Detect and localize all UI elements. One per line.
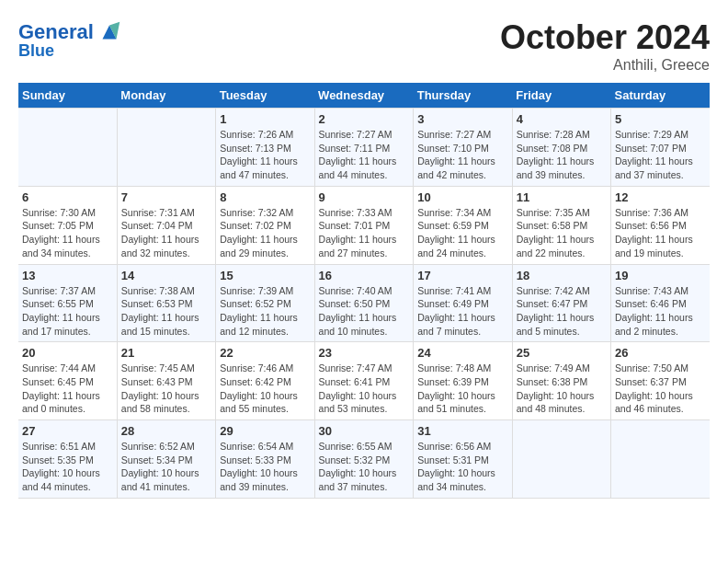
day-info: Sunrise: 7:34 AM Sunset: 6:59 PM Dayligh… <box>417 206 507 260</box>
day-number: 26 <box>615 346 706 360</box>
sunrise: Sunrise: 6:56 AM <box>417 441 491 452</box>
day-info: Sunrise: 6:56 AM Sunset: 5:31 PM Dayligh… <box>417 440 507 494</box>
daylight: Daylight: 10 hours and 46 minutes. <box>615 390 693 415</box>
day-info: Sunrise: 7:45 AM Sunset: 6:43 PM Dayligh… <box>121 362 211 416</box>
sunrise: Sunrise: 7:46 AM <box>220 362 293 373</box>
sunrise: Sunrise: 7:27 AM <box>319 129 392 140</box>
day-info: Sunrise: 7:27 AM Sunset: 7:10 PM Dayligh… <box>417 128 507 182</box>
sunrise: Sunrise: 7:43 AM <box>615 285 688 296</box>
day-info: Sunrise: 7:47 AM Sunset: 6:41 PM Dayligh… <box>319 362 410 416</box>
daylight: Daylight: 11 hours and 39 minutes. <box>517 155 595 180</box>
day-info: Sunrise: 7:42 AM Sunset: 6:47 PM Dayligh… <box>517 284 607 339</box>
sunset: Sunset: 6:58 PM <box>517 220 588 231</box>
day-info: Sunrise: 7:41 AM Sunset: 6:49 PM Dayligh… <box>417 284 507 339</box>
location: Anthili, Greece <box>500 57 710 74</box>
daylight: Daylight: 11 hours and 34 minutes. <box>22 234 100 259</box>
daylight: Daylight: 11 hours and 47 minutes. <box>220 155 298 180</box>
calendar-cell: 23 Sunrise: 7:47 AM Sunset: 6:41 PM Dayl… <box>314 342 414 420</box>
day-number: 6 <box>22 190 113 204</box>
calendar-table: SundayMondayTuesdayWednesdayThursdayFrid… <box>18 83 710 499</box>
calendar-cell: 29 Sunrise: 6:54 AM Sunset: 5:33 PM Dayl… <box>216 420 314 499</box>
day-number: 20 <box>22 346 113 360</box>
day-number: 31 <box>417 424 507 438</box>
daylight: Daylight: 10 hours and 37 minutes. <box>319 467 397 492</box>
calendar-cell: 15 Sunrise: 7:39 AM Sunset: 6:52 PM Dayl… <box>216 264 314 342</box>
week-row: 20 Sunrise: 7:44 AM Sunset: 6:45 PM Dayl… <box>18 342 710 420</box>
sunset: Sunset: 6:47 PM <box>517 298 588 309</box>
day-number: 5 <box>615 112 706 126</box>
calendar-cell: 24 Sunrise: 7:48 AM Sunset: 6:39 PM Dayl… <box>414 342 512 420</box>
month-title: October 2024 <box>500 18 710 57</box>
day-number: 9 <box>319 190 410 204</box>
week-row: 1 Sunrise: 7:26 AM Sunset: 7:13 PM Dayli… <box>18 109 710 187</box>
day-header-wednesday: Wednesday <box>314 83 414 109</box>
daylight: Daylight: 11 hours and 27 minutes. <box>319 234 397 259</box>
day-number: 24 <box>417 346 507 360</box>
day-info: Sunrise: 7:33 AM Sunset: 7:01 PM Dayligh… <box>319 206 410 260</box>
calendar-cell: 30 Sunrise: 6:55 AM Sunset: 5:32 PM Dayl… <box>314 420 414 499</box>
sunrise: Sunrise: 7:50 AM <box>615 362 688 373</box>
daylight: Daylight: 10 hours and 51 minutes. <box>417 390 495 415</box>
day-number: 21 <box>121 346 211 360</box>
sunrise: Sunrise: 7:37 AM <box>22 285 96 296</box>
day-info: Sunrise: 7:43 AM Sunset: 6:46 PM Dayligh… <box>615 284 706 339</box>
sunrise: Sunrise: 7:32 AM <box>220 207 293 218</box>
calendar-cell: 5 Sunrise: 7:29 AM Sunset: 7:07 PM Dayli… <box>611 109 711 187</box>
calendar-cell: 18 Sunrise: 7:42 AM Sunset: 6:47 PM Dayl… <box>512 264 610 342</box>
sunset: Sunset: 5:35 PM <box>22 454 94 465</box>
sunrise: Sunrise: 7:31 AM <box>121 207 195 218</box>
day-info: Sunrise: 7:35 AM Sunset: 6:58 PM Dayligh… <box>517 206 607 260</box>
calendar-cell: 16 Sunrise: 7:40 AM Sunset: 6:50 PM Dayl… <box>314 264 414 342</box>
day-info: Sunrise: 7:50 AM Sunset: 6:37 PM Dayligh… <box>615 362 706 416</box>
day-number: 8 <box>220 190 310 204</box>
sunrise: Sunrise: 6:54 AM <box>220 441 293 452</box>
sunset: Sunset: 7:08 PM <box>517 143 588 154</box>
daylight: Daylight: 10 hours and 48 minutes. <box>517 390 595 415</box>
day-info: Sunrise: 7:31 AM Sunset: 7:04 PM Dayligh… <box>121 206 211 260</box>
calendar-cell: 31 Sunrise: 6:56 AM Sunset: 5:31 PM Dayl… <box>414 420 512 499</box>
week-row: 6 Sunrise: 7:30 AM Sunset: 7:05 PM Dayli… <box>18 186 710 264</box>
calendar-cell: 3 Sunrise: 7:27 AM Sunset: 7:10 PM Dayli… <box>414 109 512 187</box>
sunset: Sunset: 6:41 PM <box>319 376 391 387</box>
sunrise: Sunrise: 7:49 AM <box>517 362 590 373</box>
day-number: 18 <box>517 269 607 282</box>
day-number: 29 <box>220 424 310 438</box>
daylight: Daylight: 11 hours and 22 minutes. <box>517 234 595 259</box>
sunrise: Sunrise: 7:42 AM <box>517 285 590 296</box>
sunrise: Sunrise: 7:45 AM <box>121 362 195 373</box>
daylight: Daylight: 10 hours and 41 minutes. <box>121 467 199 492</box>
calendar-cell: 1 Sunrise: 7:26 AM Sunset: 7:13 PM Dayli… <box>216 109 314 187</box>
sunset: Sunset: 6:53 PM <box>121 298 193 309</box>
day-number: 22 <box>220 346 310 360</box>
calendar-cell: 17 Sunrise: 7:41 AM Sunset: 6:49 PM Dayl… <box>414 264 512 342</box>
day-info: Sunrise: 7:40 AM Sunset: 6:50 PM Dayligh… <box>319 284 410 339</box>
daylight: Daylight: 11 hours and 15 minutes. <box>121 312 199 337</box>
sunset: Sunset: 5:32 PM <box>319 454 391 465</box>
day-number: 16 <box>319 269 410 282</box>
sunset: Sunset: 6:52 PM <box>220 298 291 309</box>
daylight: Daylight: 11 hours and 37 minutes. <box>615 155 693 180</box>
page-header: General Blue October 2024 Anthili, Greec… <box>18 18 710 74</box>
day-number: 25 <box>517 346 607 360</box>
sunset: Sunset: 6:49 PM <box>417 298 489 309</box>
day-info: Sunrise: 7:26 AM Sunset: 7:13 PM Dayligh… <box>220 128 310 182</box>
daylight: Daylight: 10 hours and 55 minutes. <box>220 390 298 415</box>
daylight: Daylight: 11 hours and 19 minutes. <box>615 234 693 259</box>
calendar-cell: 12 Sunrise: 7:36 AM Sunset: 6:56 PM Dayl… <box>611 186 711 264</box>
calendar-cell <box>512 420 610 499</box>
day-header-sunday: Sunday <box>18 83 117 109</box>
sunset: Sunset: 5:33 PM <box>220 454 291 465</box>
sunrise: Sunrise: 6:51 AM <box>22 441 96 452</box>
daylight: Daylight: 11 hours and 29 minutes. <box>220 234 298 259</box>
day-info: Sunrise: 7:44 AM Sunset: 6:45 PM Dayligh… <box>22 362 113 416</box>
sunset: Sunset: 6:39 PM <box>417 376 489 387</box>
daylight: Daylight: 10 hours and 58 minutes. <box>121 390 199 415</box>
day-number: 28 <box>121 424 211 438</box>
day-number: 13 <box>22 269 113 282</box>
day-info: Sunrise: 7:49 AM Sunset: 6:38 PM Dayligh… <box>517 362 607 416</box>
daylight: Daylight: 11 hours and 10 minutes. <box>319 312 397 337</box>
calendar-cell <box>611 420 711 499</box>
day-info: Sunrise: 6:51 AM Sunset: 5:35 PM Dayligh… <box>22 440 113 494</box>
sunrise: Sunrise: 7:38 AM <box>121 285 195 296</box>
sunset: Sunset: 7:10 PM <box>417 143 489 154</box>
